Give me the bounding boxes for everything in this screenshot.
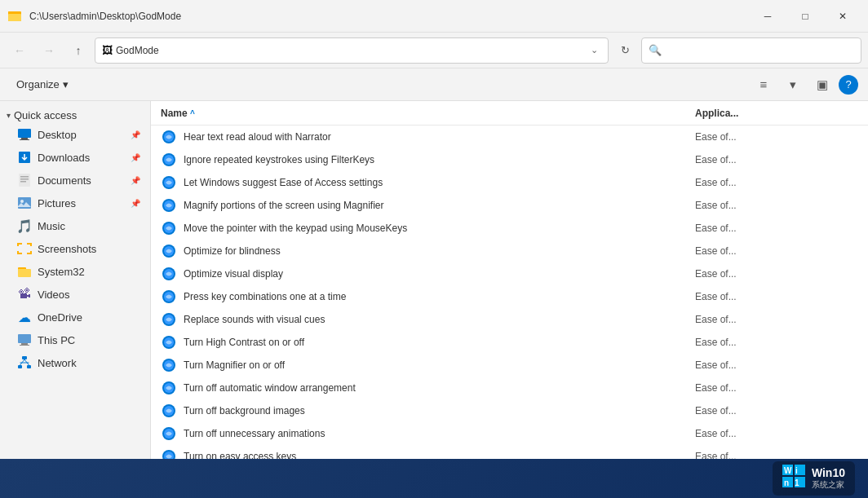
organize-label: Organize <box>16 78 60 90</box>
minimize-button[interactable]: ─ <box>749 0 786 33</box>
file-item[interactable]: Turn off background images Ease of... <box>151 399 868 422</box>
svg-text:n: n <box>784 478 789 487</box>
file-item-app: Ease of... <box>695 359 858 371</box>
file-item[interactable]: Turn off unnecessary animations Ease of.… <box>151 422 868 445</box>
refresh-button[interactable]: ↻ <box>612 37 638 64</box>
file-item[interactable]: Turn off automatic window arrangement Ea… <box>151 377 868 399</box>
pictures-label: Pictures <box>38 197 127 209</box>
file-item-app: Ease of... <box>695 245 858 257</box>
sidebar-item-pictures[interactable]: Pictures 📌 <box>3 192 147 214</box>
sidebar-item-desktop[interactable]: Desktop 📌 <box>3 123 147 146</box>
svg-text:1: 1 <box>795 478 799 487</box>
forward-button[interactable]: → <box>36 37 62 64</box>
file-item[interactable]: Move the pointer with the keypad using M… <box>151 217 868 240</box>
organize-button[interactable]: Organize ▾ <box>10 75 75 94</box>
sidebar-item-documents[interactable]: Documents 📌 <box>3 169 147 192</box>
toolbar: Organize ▾ ≡ ▾ ▣ ? <box>0 68 868 101</box>
file-item-icon <box>161 243 177 259</box>
svg-rect-18 <box>22 356 27 359</box>
sidebar-item-onedrive[interactable]: ☁ OneDrive <box>3 306 147 328</box>
file-item[interactable]: Turn Magnifier on or off Ease of... <box>151 354 868 377</box>
sidebar-item-screenshots[interactable]: Screenshots <box>3 237 147 260</box>
file-item[interactable]: Replace sounds with visual cues Ease of.… <box>151 308 868 331</box>
downloads-icon <box>16 149 33 165</box>
title-bar: C:\Users\admin\Desktop\GodMode ─ □ ✕ <box>0 0 868 33</box>
content-header: Name ^ Applica... <box>151 101 868 126</box>
file-item-icon <box>161 152 177 168</box>
view-list-button[interactable]: ≡ <box>751 72 777 98</box>
up-button[interactable]: ↑ <box>65 37 91 64</box>
file-item-app: Ease of... <box>695 200 858 211</box>
svg-rect-10 <box>20 181 26 183</box>
sidebar-item-system32[interactable]: System32 <box>3 260 147 283</box>
column-app-header[interactable]: Applica... <box>695 108 858 119</box>
file-item-name: Ignore repeated keystrokes using FilterK… <box>184 154 695 165</box>
file-item-icon <box>161 289 177 305</box>
address-bar[interactable]: 🖼 GodMode ⌄ <box>95 37 609 64</box>
pictures-pin-icon: 📌 <box>131 199 140 208</box>
win10-badge: W i n 1 Win10 系统之家 <box>773 461 855 496</box>
sidebar-item-downloads[interactable]: Downloads 📌 <box>3 146 147 169</box>
file-item[interactable]: Hear text read aloud with Narrator Ease … <box>151 126 868 148</box>
details-pane-button[interactable]: ▣ <box>809 72 835 98</box>
downloads-label: Downloads <box>38 152 127 164</box>
svg-rect-19 <box>18 365 22 368</box>
videos-label: Videos <box>38 289 140 301</box>
file-item-name: Turn off unnecessary animations <box>184 428 695 439</box>
file-item-icon <box>161 129 177 145</box>
view-chevron-button[interactable]: ▾ <box>780 72 806 98</box>
organize-chevron-icon: ▾ <box>63 78 69 90</box>
svg-rect-16 <box>21 343 28 345</box>
svg-rect-14 <box>18 269 31 277</box>
file-item-name: Move the pointer with the keypad using M… <box>184 223 695 234</box>
svg-point-12 <box>20 200 24 203</box>
column-name-header[interactable]: Name ^ <box>161 108 695 119</box>
sidebar-item-thispc[interactable]: This PC <box>3 328 147 351</box>
svg-rect-4 <box>21 138 28 139</box>
file-item-app: Ease of... <box>695 268 858 280</box>
svg-rect-3 <box>18 129 31 138</box>
file-item-app: Ease of... <box>695 131 858 143</box>
thispc-label: This PC <box>38 334 140 346</box>
svg-rect-2 <box>8 11 15 14</box>
sidebar-item-videos[interactable]: 📽 Videos <box>3 283 147 306</box>
music-icon: 🎵 <box>16 218 33 234</box>
file-item-icon <box>161 311 177 328</box>
maximize-button[interactable]: □ <box>786 0 824 33</box>
file-item-app: Ease of... <box>695 177 858 188</box>
win10-sub-text: 系统之家 <box>812 479 845 491</box>
screenshots-icon <box>16 240 33 257</box>
file-item[interactable]: Magnify portions of the screen using Mag… <box>151 194 868 217</box>
desktop-pin-icon: 📌 <box>131 130 140 139</box>
file-item[interactable]: Optimize for blindness Ease of... <box>151 240 868 262</box>
file-item-app: Ease of... <box>695 428 858 439</box>
win10-text: Win10 系统之家 <box>812 466 845 491</box>
file-item[interactable]: Optimize visual display Ease of... <box>151 262 868 285</box>
file-item-icon <box>161 197 177 214</box>
quick-access-header[interactable]: ▾ Quick access <box>0 104 150 123</box>
close-button[interactable]: ✕ <box>824 0 861 33</box>
file-item[interactable]: Ignore repeated keystrokes using FilterK… <box>151 148 868 171</box>
file-item[interactable]: Turn High Contrast on or off Ease of... <box>151 331 868 354</box>
file-item-name: Turn off automatic window arrangement <box>184 382 695 394</box>
thispc-icon <box>16 332 33 348</box>
search-box[interactable]: 🔍 <box>641 37 861 64</box>
back-button[interactable]: ← <box>7 37 33 64</box>
help-button[interactable]: ? <box>839 75 858 95</box>
file-item-icon <box>161 403 177 419</box>
svg-rect-1 <box>8 14 21 21</box>
file-item-name: Optimize for blindness <box>184 245 695 257</box>
address-text: GodMode <box>116 45 591 56</box>
file-item[interactable]: Let Windows suggest Ease of Access setti… <box>151 171 868 194</box>
title-bar-controls: ─ □ ✕ <box>749 0 861 33</box>
address-chevron-icon: ⌄ <box>591 45 598 55</box>
file-item-name: Replace sounds with visual cues <box>184 314 695 325</box>
sidebar-item-network[interactable]: Network <box>3 351 147 374</box>
file-item[interactable]: Press key combinations one at a time Eas… <box>151 285 868 308</box>
svg-rect-20 <box>27 365 31 368</box>
file-item-app: Ease of... <box>695 223 858 234</box>
file-item-app: Ease of... <box>695 382 858 394</box>
system32-label: System32 <box>38 266 140 278</box>
svg-rect-15 <box>18 334 31 343</box>
sidebar-item-music[interactable]: 🎵 Music <box>3 214 147 237</box>
